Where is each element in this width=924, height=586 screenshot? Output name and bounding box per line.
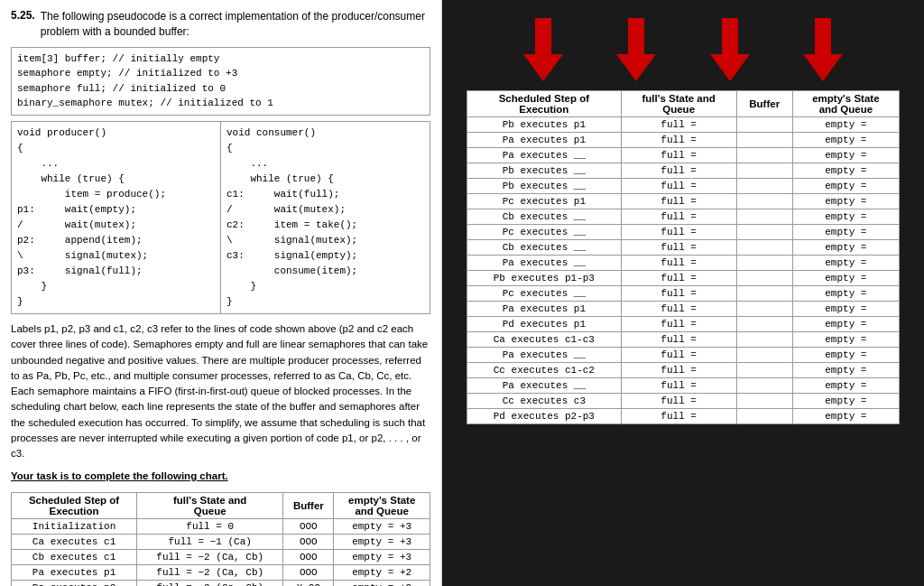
right-table-cell: empty = — [792, 117, 899, 133]
right-table-cell: empty = — [792, 179, 899, 194]
right-table-cell — [736, 363, 792, 378]
right-table-cell: Pb executes p1-p3 — [467, 271, 622, 286]
left-table-cell: OOO — [283, 518, 334, 534]
left-table-cell: OOO — [283, 534, 334, 549]
right-table-cell: full = — [621, 148, 736, 163]
code-top-block: item[3] buffer; // initially empty semap… — [11, 47, 430, 116]
right-table-cell: empty = — [792, 363, 899, 378]
right-col-header-4: empty's Stateand Queue — [792, 91, 899, 117]
left-panel: 5.25. The following pseudocode is a corr… — [0, 0, 442, 586]
left-table-cell: empty = +3 — [334, 534, 430, 549]
right-table-cell — [736, 271, 792, 286]
problem-intro: The following pseudocode is a correct im… — [41, 9, 430, 40]
right-table-cell: empty = — [792, 256, 899, 271]
right-table-cell: Pb executes __ — [467, 163, 622, 179]
right-table-cell — [736, 117, 792, 133]
code-top: item[3] buffer; // initially empty semap… — [17, 53, 273, 109]
right-table-cell: full = — [621, 117, 736, 133]
right-table-cell: Pa executes p1 — [467, 302, 622, 317]
left-table-cell: OOO — [283, 564, 334, 580]
right-table-cell — [736, 163, 792, 179]
right-table-cell: Pa executes p1 — [467, 133, 622, 148]
right-table-cell — [736, 179, 792, 194]
right-col-header-1: Scheduled Step ofExecution — [467, 91, 622, 117]
arrow-2 — [616, 18, 656, 81]
right-table-cell: empty = — [792, 409, 899, 424]
right-table-cell — [736, 302, 792, 317]
code-consumer: void consumer() { ... while (true) { c1:… — [221, 122, 430, 314]
left-table-cell: Pa executes p2 — [12, 580, 137, 586]
right-table-cell — [736, 394, 792, 409]
right-table-cell: Pb executes p1 — [467, 117, 622, 133]
right-table-cell — [736, 409, 792, 424]
right-table-cell: Cc executes c3 — [467, 394, 622, 409]
right-table-cell — [736, 194, 792, 209]
right-table-cell — [736, 317, 792, 332]
arrows-row — [442, 0, 924, 90]
right-table-cell: full = — [621, 348, 736, 363]
right-table-cell: Cb executes __ — [467, 240, 622, 256]
left-table-cell: full = 0 — [137, 518, 283, 534]
problem-header: 5.25. The following pseudocode is a corr… — [11, 9, 430, 40]
right-table-cell: empty = — [792, 133, 899, 148]
right-table-cell: Pa executes __ — [467, 378, 622, 394]
task-underline: Your task is to complete the following c… — [11, 470, 228, 481]
left-table-cell: empty = +2 — [334, 564, 430, 580]
left-table-cell: Ca executes c1 — [12, 534, 137, 549]
right-table-cell: Pc executes __ — [467, 286, 622, 302]
right-table-cell: Pa executes __ — [467, 348, 622, 363]
right-table-cell: full = — [621, 271, 736, 286]
right-table-cell: Pa executes __ — [467, 148, 622, 163]
right-table-cell: full = — [621, 194, 736, 209]
left-table-cell: Cb executes c1 — [12, 549, 137, 564]
right-table-cell: full = — [621, 302, 736, 317]
left-table-cell: empty = +2 — [334, 580, 430, 586]
left-table-cell: full = −2 (Ca, Cb) — [137, 564, 283, 580]
left-table-cell: empty = +3 — [334, 549, 430, 564]
right-table-cell: empty = — [792, 286, 899, 302]
right-table-cell: full = — [621, 209, 736, 225]
right-table-cell: Cc executes c1-c2 — [467, 363, 622, 378]
right-table-cell: full = — [621, 133, 736, 148]
left-col-header-4: empty's Stateand Queue — [334, 492, 430, 518]
explanation: Labels p1, p2, p3 and c1, c2, c3 refer t… — [11, 321, 430, 461]
right-col-header-2: full's State andQueue — [621, 91, 736, 117]
right-table-cell: Ca executes c1-c3 — [467, 332, 622, 348]
left-table-cell: full = −2 (Ca, Cb) — [137, 580, 283, 586]
left-table: Scheduled Step ofExecution full's State … — [11, 492, 430, 586]
code-producer: void producer() { ... while (true) { ite… — [12, 122, 221, 314]
right-table-cell — [736, 225, 792, 240]
right-table-cell: full = — [621, 332, 736, 348]
right-table-cell: Pb executes __ — [467, 179, 622, 194]
right-table-cell: empty = — [792, 163, 899, 179]
right-panel: Scheduled Step ofExecution full's State … — [442, 0, 924, 586]
right-table-cell: empty = — [792, 240, 899, 256]
right-table-cell: Pa executes __ — [467, 256, 622, 271]
right-table-cell: Cb executes __ — [467, 209, 622, 225]
right-table-cell: full = — [621, 409, 736, 424]
right-table-cell: empty = — [792, 317, 899, 332]
right-table-cell: full = — [621, 378, 736, 394]
left-table-cell: Pa executes p1 — [12, 564, 137, 580]
right-table-cell: empty = — [792, 148, 899, 163]
left-table-cell: full = −2 (Ca, Cb) — [137, 549, 283, 564]
right-table-cell: full = — [621, 363, 736, 378]
right-table-cell: empty = — [792, 225, 899, 240]
right-table-cell: empty = — [792, 209, 899, 225]
problem-number: 5.25. — [11, 9, 35, 40]
right-table-cell — [736, 209, 792, 225]
right-table-cell — [736, 348, 792, 363]
right-table-cell — [736, 240, 792, 256]
task-line: Your task is to complete the following c… — [11, 469, 430, 484]
right-table-cell: full = — [621, 286, 736, 302]
arrow-3 — [710, 18, 750, 81]
right-table-wrapper: Scheduled Step ofExecution full's State … — [467, 90, 900, 424]
right-table-cell: full = — [621, 256, 736, 271]
left-col-header-3: Buffer — [283, 492, 334, 518]
left-table-cell: empty = +3 — [334, 518, 430, 534]
right-table-cell: Pd executes p2-p3 — [467, 409, 622, 424]
left-table-cell: X OO — [283, 580, 334, 586]
left-table-cell: Initialization — [12, 518, 137, 534]
right-table-cell: empty = — [792, 194, 899, 209]
arrow-4 — [803, 18, 843, 81]
